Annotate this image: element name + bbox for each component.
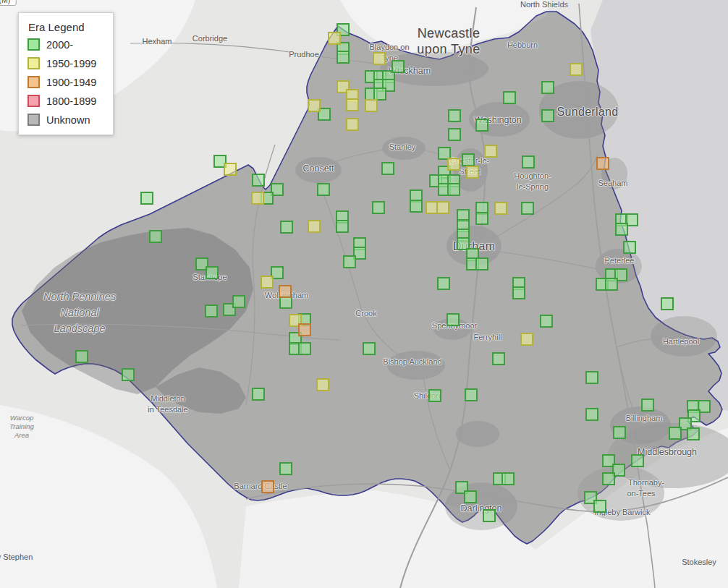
- era-marker-2000[interactable]: [280, 221, 293, 234]
- era-marker-2000[interactable]: [447, 183, 460, 196]
- legend-swatch: [27, 95, 40, 107]
- era-marker-2000[interactable]: [585, 408, 598, 421]
- era-marker-1950-1999[interactable]: [484, 145, 497, 158]
- era-marker-2000[interactable]: [75, 350, 88, 363]
- legend-swatch: [27, 38, 40, 51]
- era-marker-1950-1999[interactable]: [224, 163, 237, 176]
- era-marker-1950-1999[interactable]: [261, 276, 274, 289]
- era-marker-2000[interactable]: [661, 297, 674, 310]
- legend-item-2000: 2000-: [27, 38, 103, 51]
- legend-item-label: 1800-1899: [46, 95, 96, 107]
- era-marker-1900-1949[interactable]: [261, 480, 274, 493]
- era-marker-2000[interactable]: [381, 162, 394, 175]
- era-marker-2000[interactable]: [615, 223, 628, 236]
- legend-swatch: [27, 57, 40, 69]
- era-marker-2000[interactable]: [475, 119, 488, 132]
- era-marker-2000[interactable]: [343, 255, 356, 268]
- era-marker-2000[interactable]: [448, 128, 461, 141]
- era-marker-2000[interactable]: [521, 202, 534, 215]
- era-marker-2000[interactable]: [483, 509, 496, 522]
- era-marker-2000[interactable]: [122, 368, 135, 381]
- era-marker-2000[interactable]: [252, 174, 265, 187]
- era-marker-1900-1949[interactable]: [596, 157, 609, 170]
- era-marker-2000[interactable]: [687, 427, 700, 440]
- era-marker-2000[interactable]: [446, 313, 460, 326]
- era-marker-1950-1999[interactable]: [251, 192, 264, 205]
- era-marker-2000[interactable]: [512, 286, 525, 299]
- legend-item-unknown: Unknown: [27, 114, 103, 126]
- era-marker-2000[interactable]: [279, 462, 292, 475]
- era-marker-2000[interactable]: [428, 389, 441, 402]
- era-marker-2000[interactable]: [337, 51, 350, 64]
- era-marker-2000[interactable]: [492, 352, 505, 365]
- era-marker-2000[interactable]: [475, 257, 488, 270]
- era-marker-1950-1999[interactable]: [365, 99, 378, 112]
- era-marker-2000[interactable]: [585, 371, 598, 384]
- era-marker-2000[interactable]: [475, 212, 488, 225]
- legend-items: 2000-1950-19991900-19491800-1899Unknown: [27, 38, 103, 126]
- era-marker-1950-1999[interactable]: [346, 98, 359, 111]
- legend-item-label: 1900-1949: [46, 77, 96, 88]
- era-marker-2000[interactable]: [605, 278, 618, 291]
- era-legend: Era Legend 2000-1950-19991900-19491800-1…: [18, 12, 114, 135]
- era-marker-2000[interactable]: [503, 91, 516, 104]
- era-marker-2000[interactable]: [391, 60, 405, 73]
- legend-item-label: Unknown: [46, 114, 90, 126]
- era-marker-2000[interactable]: [541, 109, 554, 122]
- era-marker-2000[interactable]: [206, 266, 219, 279]
- era-marker-1950-1999[interactable]: [346, 118, 359, 131]
- legend-item-1800-1899: 1800-1899: [27, 95, 103, 107]
- era-marker-2000[interactable]: [448, 109, 461, 122]
- era-marker-1950-1999[interactable]: [447, 158, 460, 171]
- era-marker-2000[interactable]: [363, 342, 376, 355]
- era-marker-2000[interactable]: [149, 230, 162, 243]
- era-marker-2000[interactable]: [252, 388, 265, 401]
- era-marker-1950-1999[interactable]: [373, 52, 386, 65]
- legend-swatch: [27, 114, 40, 126]
- era-marker-1950-1999[interactable]: [328, 32, 341, 45]
- legend-title: Era Legend: [28, 21, 103, 33]
- era-marker-2000[interactable]: [232, 295, 245, 308]
- era-marker-1950-1999[interactable]: [436, 201, 449, 214]
- era-marker-2000[interactable]: [623, 241, 636, 254]
- era-marker-2000[interactable]: [464, 490, 477, 503]
- map-canvas[interactable]: North ShieldsNewcastleupon TyneHexhamCor…: [0, 0, 728, 588]
- era-marker-1950-1999[interactable]: [466, 166, 479, 179]
- era-marker-2000[interactable]: [540, 315, 553, 328]
- legend-swatch: [27, 76, 40, 88]
- era-marker-1950-1999[interactable]: [520, 333, 533, 346]
- era-marker-2000[interactable]: [669, 427, 682, 440]
- era-marker-2000[interactable]: [641, 399, 654, 412]
- era-marker-2000[interactable]: [336, 220, 349, 233]
- era-marker-2000[interactable]: [410, 200, 423, 213]
- era-marker-2000[interactable]: [462, 153, 475, 166]
- legend-item-label: 1950-1999: [46, 58, 96, 69]
- era-marker-1950-1999[interactable]: [494, 202, 507, 215]
- era-marker-1950-1999[interactable]: [570, 63, 583, 76]
- era-marker-2000[interactable]: [298, 342, 311, 355]
- era-marker-2000[interactable]: [317, 183, 330, 196]
- era-marker-2000[interactable]: [465, 388, 478, 401]
- era-marker-2000[interactable]: [372, 201, 385, 214]
- era-marker-1900-1949[interactable]: [279, 285, 292, 298]
- era-marker-2000[interactable]: [437, 277, 450, 290]
- era-marker-1950-1999[interactable]: [308, 220, 321, 233]
- era-marker-2000[interactable]: [522, 155, 535, 169]
- era-marker-2000[interactable]: [140, 192, 153, 205]
- era-marker-2000[interactable]: [205, 304, 218, 318]
- era-marker-1950-1999[interactable]: [308, 99, 321, 112]
- era-marker-2000[interactable]: [501, 472, 515, 485]
- era-marker-2000[interactable]: [541, 81, 554, 94]
- era-marker-2000[interactable]: [613, 426, 626, 439]
- era-marker-2000[interactable]: [593, 500, 606, 513]
- legend-item-label: 2000-: [46, 39, 73, 51]
- era-marker-2000[interactable]: [631, 454, 644, 467]
- legend-item-1900-1949: 1900-1949: [27, 76, 103, 88]
- era-marker-1900-1949[interactable]: [298, 323, 311, 336]
- era-marker-2000[interactable]: [602, 472, 615, 485]
- legend-item-1950-1999: 1950-1999: [27, 57, 103, 69]
- era-marker-1950-1999[interactable]: [316, 378, 329, 391]
